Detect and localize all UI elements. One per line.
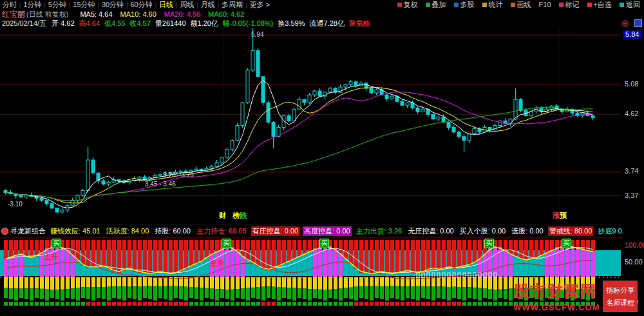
quote-fields: 开 4.62高4.64低4.55收4.57量261440额1.20亿幅-0.05…	[52, 19, 375, 28]
price-axis-label: 3.74	[625, 167, 638, 175]
period-tab[interactable]: 60分钟	[128, 0, 155, 10]
buy-signal-marker[interactable]: 买	[484, 239, 494, 248]
indicator-name[interactable]: 寻龙新组合	[0, 226, 46, 236]
period-tab[interactable]: 15分钟	[70, 0, 97, 10]
stock-name: 红宝丽	[0, 10, 25, 19]
toolbar-icon	[559, 3, 564, 7]
candlestick-chart[interactable]	[0, 27, 623, 223]
watermark-text: 股市财富网 WWW.GSCFW.COM	[513, 281, 600, 312]
corner-icons: ㊙	[621, 19, 642, 28]
buy-signal-marker[interactable]: 买	[562, 239, 571, 248]
period-tab[interactable]: 5分钟	[46, 0, 69, 10]
quote-field: 聚氨酯	[349, 19, 370, 28]
indicator-name-label: 寻龙新组合	[10, 226, 46, 236]
period-tab[interactable]: 30分钟	[99, 0, 126, 10]
quote-field: 低4.55	[104, 19, 125, 28]
toolbar-button-label: 复权	[404, 0, 418, 10]
event-tag: 涨预	[553, 211, 567, 221]
toolbar-button-label: 画线	[517, 0, 531, 10]
toolbar-icon	[454, 3, 459, 7]
toolbar-menu: 复权叠加多股统计画线F10标记+自选返回	[393, 0, 644, 10]
quote-field: 高4.64	[79, 19, 100, 28]
toolbar-icon	[511, 3, 515, 7]
indicator-stat: 警戒线: 80.00	[548, 226, 594, 236]
quote-field: 额1.20亿	[191, 19, 218, 28]
toolbar-button-label: F10	[539, 0, 551, 10]
panel-axis-label: 100.00	[625, 241, 644, 249]
ma-legend-item: MA10: 4.60	[120, 10, 156, 19]
event-tag: 榜跌	[232, 211, 247, 221]
panel-axis-label: 50.00	[625, 258, 643, 266]
top-menubar: 分时|1分钟|5分钟|15分钟|30分钟|60分钟|日线|周线|月线|多周期|更…	[0, 0, 644, 10]
toolbar-button[interactable]: F10	[535, 0, 555, 10]
period-tab[interactable]: 多周期	[219, 0, 245, 10]
indicator-stat: 抄底9 0.00	[596, 226, 623, 236]
indicator-stat: 有庄控盘: 0.00	[251, 226, 300, 236]
indicator-stat: 买入个股: 0.00	[459, 226, 507, 236]
quote-field: 换3.59%	[278, 19, 305, 28]
indicator-header: 寻龙新组合 赚钱效应: 45.01活跃度: 84.00持股: 60.00主力持仓…	[0, 224, 623, 238]
indicator-stat: 活跃度: 84.00	[105, 226, 151, 236]
period-tab[interactable]: 分时	[0, 0, 19, 10]
event-tag-char: 涨	[553, 212, 560, 219]
title-row: 红宝丽 (日线 前复权) MA5: 4.64MA10: 4.60MA20: 4.…	[0, 10, 644, 19]
toolbar-button[interactable]: 返回	[616, 0, 644, 10]
watermark: 股市财富网 WWW.GSCFW.COM 指标分享 名师课程	[513, 281, 638, 312]
indicator-badge-icon	[1, 228, 8, 235]
indicator-stat: 持股: 60.00	[153, 226, 192, 236]
indicator-stat: 主力出货: 3.26	[355, 226, 404, 236]
price-axis-label: 5.84	[623, 30, 641, 38]
buy-signal-marker[interactable]: 买	[222, 239, 231, 248]
main-rise-label: 主升	[210, 259, 224, 268]
period-tab[interactable]: 1分钟	[21, 0, 44, 10]
quote-field: 开 4.62	[52, 19, 74, 28]
indicator-stats: 赚钱效应: 45.01活跃度: 84.00持股: 60.00主力持仓: 69.0…	[49, 226, 623, 236]
toolbar-button[interactable]: +自选	[583, 0, 616, 10]
period-tab[interactable]: 月线	[198, 0, 218, 10]
toolbar-button[interactable]: 统计	[478, 0, 507, 10]
quote-field: 幅-0.05(-1.08%)	[223, 19, 273, 28]
quote-field: 收4.57	[129, 19, 150, 28]
toolbar-button[interactable]: 画线	[507, 0, 535, 10]
watermark-url: WWW.GSCFW.COM	[513, 302, 600, 312]
event-tag: 财	[219, 211, 226, 221]
buy-signal-marker[interactable]: 买	[52, 239, 61, 248]
watermark-badge-line1: 指标分享	[606, 284, 634, 297]
indicator-stat: 选股: 0.00	[510, 226, 545, 236]
event-tag-char: 榜	[232, 212, 240, 219]
watermark-badge: 指标分享 名师课程	[603, 281, 638, 312]
toolbar-icon	[482, 3, 487, 7]
toolbar-button[interactable]: 复权	[393, 0, 422, 10]
toolbar-icon	[587, 3, 592, 7]
ma-legend-item: MA60: 4.62	[208, 10, 244, 19]
quote-field: 量261440	[155, 19, 186, 28]
period-tab[interactable]: 日线	[156, 0, 176, 10]
indicator-stat: 高度控盘: 0.00	[303, 226, 352, 236]
layout-grid-icon[interactable]	[634, 19, 642, 27]
toolbar-button[interactable]: 多股	[450, 0, 478, 10]
quote-date: 2025/02/14/五	[2, 19, 46, 28]
stock-trading-app-window: 分时|1分钟|5分钟|15分钟|30分钟|60分钟|日线|周线|月线|多周期|更…	[0, 0, 644, 316]
indicator-stat: 主力持仓: 69.05	[195, 226, 248, 236]
period-tab[interactable]: 周线	[177, 0, 196, 10]
period-tab[interactable]: 更多 >	[247, 0, 272, 10]
buy-signal-marker[interactable]: 买	[319, 239, 329, 248]
toolbar-button-label: 标记	[565, 0, 580, 10]
toolbar-icon	[620, 3, 624, 7]
ma-legend-item: MA5: 4.64	[80, 10, 112, 19]
chart-annotation: 3.78 - 3.79	[163, 172, 194, 179]
main-rise-label: 主升	[44, 252, 58, 262]
toolbar-button-label: 多股	[460, 0, 475, 10]
toolbar-button-label: 返回	[626, 0, 640, 10]
toolbar-button[interactable]: 叠加	[422, 0, 450, 10]
toolbar-icon	[426, 3, 430, 7]
chart-mode-label: (日线 前复权)	[26, 10, 68, 19]
price-axis-label: 3.37	[625, 192, 638, 199]
event-tag-char: 财	[219, 212, 226, 219]
chart-annotation: 3.45 - 3.46	[145, 181, 176, 188]
toolbar-button-label: 叠加	[432, 0, 446, 10]
toolbar-button[interactable]: 标记	[555, 0, 583, 10]
indicator-stat: 赚钱效应: 45.01	[49, 226, 102, 236]
secret-icon[interactable]: ㊙	[621, 19, 629, 28]
ma-legend: MA5: 4.64MA10: 4.60MA20: 4.56MA60: 4.62	[80, 10, 244, 19]
